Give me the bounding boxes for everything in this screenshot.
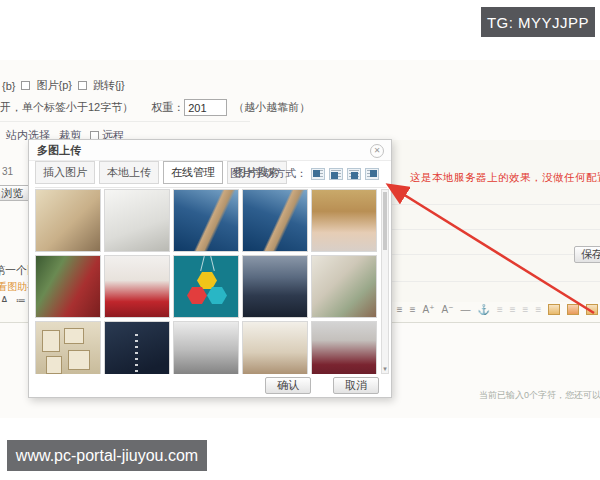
indent-icon[interactable]: ≡	[497, 304, 503, 315]
attribute-checkbox-row: {b} 图片{p} 跳转{j}	[2, 78, 125, 93]
annotation-text: 这是本地服务器上的效果，没做任何配置	[410, 171, 600, 185]
float-left-icon[interactable]	[329, 168, 343, 180]
attr-j-label: 跳转{j}	[93, 78, 125, 93]
image-float-mode-group: 图片浮动方式：	[230, 166, 379, 181]
confirm-button[interactable]: 确认	[265, 377, 311, 394]
scroll-down-icon[interactable]: ▾	[382, 365, 388, 373]
weight-input[interactable]	[184, 99, 227, 116]
insert-image-icon[interactable]	[548, 304, 560, 315]
float-mode-label: 图片浮动方式：	[230, 166, 307, 181]
attr-p-label: 图片{p}	[36, 78, 71, 93]
thumbnail-woman-red-dress[interactable]	[104, 255, 170, 318]
multi-image-upload-icon[interactable]	[567, 304, 579, 315]
anchor-icon[interactable]: ⚓	[477, 304, 489, 315]
panel-divider	[392, 281, 600, 282]
panel-divider	[392, 254, 600, 255]
font-smaller-icon[interactable]: A⁻	[441, 304, 453, 315]
left-count-text: 31	[2, 166, 13, 177]
blockquote-icon[interactable]: ≡	[523, 304, 529, 315]
tag-note: 开，单个标签小于12字节）	[0, 100, 133, 115]
close-icon[interactable]: ✕	[370, 144, 384, 158]
tab-online-manage[interactable]: 在线管理	[163, 161, 223, 184]
bottom-watermark: www.pc-portal-jiuyou.com	[7, 440, 207, 471]
dialog-title-bar[interactable]: 多图上传 ✕	[29, 140, 391, 161]
weight-row: 开，单个标签小于12字节） 权重： （越小越靠前）	[0, 99, 310, 116]
hr-icon[interactable]: —	[460, 304, 470, 315]
thumbnail-hands-sky[interactable]	[173, 189, 239, 252]
thumbnail-woman-updo[interactable]	[311, 189, 377, 252]
scrollbar-thumb[interactable]	[383, 192, 387, 250]
grid-scrollbar[interactable]: ▾	[381, 189, 389, 374]
top-watermark: TG: MYYJJPP	[481, 7, 595, 37]
justify-right-icon[interactable]: ≡	[410, 304, 416, 315]
thumbnail-certificate-wall[interactable]	[35, 321, 101, 374]
thumbnail-woman-darkred[interactable]	[311, 321, 377, 374]
image-grid	[35, 189, 381, 374]
font-larger-icon[interactable]: A⁺	[423, 304, 435, 315]
weight-note: （越小越靠前）	[233, 100, 310, 115]
top-watermark-text: TG: MYYJJPP	[487, 14, 589, 31]
tab-insert-image[interactable]: 插入图片	[35, 161, 95, 184]
panel-divider	[392, 204, 600, 205]
multi-image-upload-dialog: 多图上传 ✕ 插入图片 本地上传 在线管理 图片搜索 图片浮动方式：	[28, 139, 392, 398]
thumbnail-woman-red-garden[interactable]	[35, 255, 101, 318]
thumbnail-calligraphy-board[interactable]	[104, 321, 170, 374]
char-count-note: 当前已输入0个字符，您还可以输入	[479, 389, 600, 402]
bottom-watermark-text: www.pc-portal-jiuyou.com	[16, 447, 198, 465]
cancel-button[interactable]: 取消	[333, 377, 379, 394]
editor-right-panel	[392, 140, 600, 322]
dialog-title: 多图上传	[37, 143, 81, 158]
weight-label: 权重：	[151, 100, 184, 115]
attr-p-checkbox[interactable]	[21, 81, 30, 90]
thumbnail-interior-people[interactable]	[311, 255, 377, 318]
outdent-icon[interactable]: ≡	[510, 304, 516, 315]
thumbnail-person-indoor[interactable]	[35, 189, 101, 252]
thumbnail-hexagon-graphic[interactable]	[173, 255, 239, 318]
form-divider	[0, 121, 250, 122]
attr-j-checkbox[interactable]	[78, 81, 87, 90]
thumbnail-cartoon-sketch[interactable]	[104, 189, 170, 252]
tab-local-upload[interactable]: 本地上传	[99, 161, 159, 184]
thumbnail-hands-sky-2[interactable]	[242, 189, 308, 252]
float-center-icon[interactable]	[347, 168, 361, 180]
thumbnail-restaurant-panorama[interactable]	[242, 255, 308, 318]
float-none-icon[interactable]	[311, 168, 325, 180]
float-right-icon[interactable]	[365, 168, 379, 180]
justify-center-icon[interactable]: ≡	[397, 304, 403, 315]
panel-divider	[392, 229, 600, 230]
thumbnail-classroom[interactable]	[173, 321, 239, 374]
thumbnail-room-warm[interactable]	[242, 321, 308, 374]
insert-media-icon[interactable]	[586, 304, 598, 315]
code-icon[interactable]: ≡	[535, 304, 541, 315]
save-button[interactable]: 保存	[574, 246, 600, 263]
attr-b-label: {b}	[2, 80, 15, 92]
